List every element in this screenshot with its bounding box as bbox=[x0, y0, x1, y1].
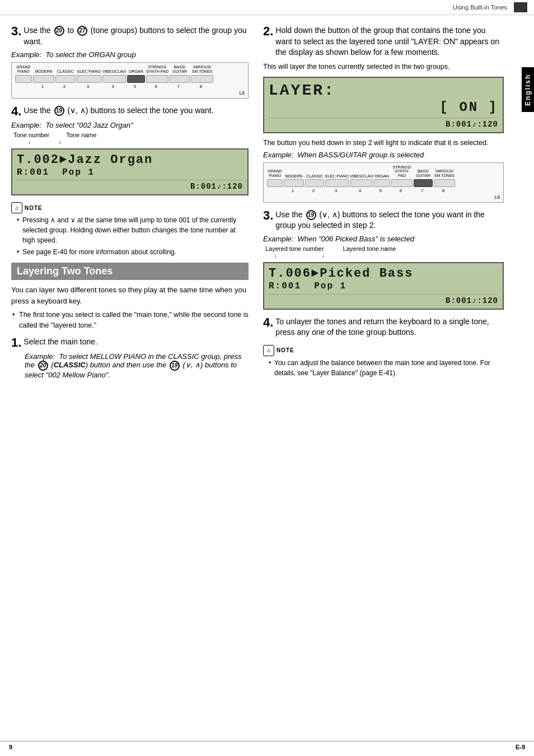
kb2-label-strings: STRINGS/SYNTH-PAD bbox=[391, 165, 413, 178]
left-step4-text: Use the 19 (∨, ∧) buttons to select the … bbox=[24, 105, 249, 116]
kb2-num-4: 4 bbox=[349, 188, 371, 193]
kb2-btn-bass[interactable] bbox=[414, 179, 433, 187]
arrow-down-1: ↓ bbox=[28, 139, 31, 145]
kb-label-grand: GRANDPIANO bbox=[15, 65, 32, 73]
keyboard-diagram-2: GRANDPIANO MODERN CLASSIC ELEC PIANO VIB… bbox=[263, 162, 504, 203]
lcd1-bottom: B:001♪:120 bbox=[17, 182, 243, 191]
kb-label-organ: ORGAN bbox=[127, 69, 145, 74]
lcd2-bottom: B:001♪:120 bbox=[269, 120, 498, 129]
kb-btn-various[interactable] bbox=[191, 75, 213, 83]
lcd1-dotted bbox=[17, 180, 243, 180]
header-title: Using Built-in Tones bbox=[453, 4, 507, 11]
note-icon-2: ♫ bbox=[263, 345, 274, 356]
kb2-btn-various[interactable] bbox=[434, 179, 455, 187]
kb2-btn-strings[interactable] bbox=[391, 179, 413, 187]
right-step2-example: Example: When BASS/GUITAR group is selec… bbox=[263, 151, 504, 159]
section-heading-layering: Layering Two Tones bbox=[11, 263, 249, 280]
section-desc: You can layer two different tones so the… bbox=[11, 284, 249, 306]
left-note-header: ♫ NOTE bbox=[11, 202, 249, 213]
kb-btn-bass[interactable] bbox=[170, 75, 190, 83]
english-tab: English bbox=[522, 67, 534, 112]
kb-num-6: 6 bbox=[145, 84, 167, 89]
kb2-label-elec: ELEC PIANO bbox=[325, 174, 349, 178]
main-content: 3. Use the 20 to 27 (tone groups) button… bbox=[0, 15, 534, 396]
kb2-label-grand: GRANDPIANO bbox=[267, 169, 283, 178]
left-step1-example-block: Example: To select MELLOW PIANO in the C… bbox=[25, 352, 249, 379]
kb2-btn-elec[interactable] bbox=[325, 179, 349, 187]
lcd3-bottom: B:001♪:120 bbox=[269, 296, 498, 305]
kb-label-classic: CLASSIC bbox=[55, 69, 76, 74]
kb-num-3: 3 bbox=[76, 84, 100, 89]
kb2-num-3: 3 bbox=[324, 188, 348, 193]
kb2-num-2: 2 bbox=[304, 188, 323, 193]
circle-27-icon: 27 bbox=[77, 26, 87, 36]
kb-btn-organ[interactable] bbox=[127, 75, 145, 83]
kb-num-4: 4 bbox=[101, 84, 125, 89]
kb-label-strings: STRINGS/SYNTH-PAD bbox=[146, 65, 168, 73]
header-block-icon bbox=[514, 2, 527, 12]
note-icon-1: ♫ bbox=[11, 202, 22, 213]
arrow-down-4: ↓ bbox=[322, 253, 325, 259]
kb2-label-classic: CLASSIC bbox=[305, 174, 324, 178]
kb2-num-8: 8 bbox=[433, 188, 454, 193]
left-step3-text: Use the 20 to 27 (tone groups) buttons t… bbox=[24, 25, 249, 47]
left-step4-example-label: Example: bbox=[11, 121, 41, 129]
left-step1-number: 1. bbox=[11, 337, 21, 349]
circle-19-icon-3: 19 bbox=[306, 210, 316, 220]
kb-lit-label-1: Lit bbox=[15, 90, 245, 96]
lcd1-row1: T.002►Jazz Organ bbox=[17, 153, 243, 167]
right-column: 2. Hold down the button of the group tha… bbox=[257, 21, 521, 390]
kb-btn-grand[interactable] bbox=[15, 75, 32, 83]
tone-num-label: Tone number bbox=[13, 132, 49, 138]
kb-btn-elec[interactable] bbox=[77, 75, 101, 83]
right-note-items: You can adjust the balance between the m… bbox=[263, 358, 504, 378]
left-step1-example-label: Example: To select MELLOW PIANO in the C… bbox=[25, 352, 249, 379]
kb-btn-modern[interactable] bbox=[33, 75, 54, 83]
kb-label-bass: BASS/GUITAR bbox=[170, 65, 190, 73]
lcd1-row2: R:001 Pop 1 bbox=[17, 167, 243, 178]
kb2-btn-classic[interactable] bbox=[305, 179, 324, 187]
right-step4: 4. To unlayer the tones and return the k… bbox=[263, 316, 504, 338]
kb-btn-strings[interactable] bbox=[146, 75, 168, 83]
lcd3-dotted bbox=[269, 294, 498, 295]
left-note-item-1: Pressing ∧ and ∨ at the same time will j… bbox=[17, 215, 249, 245]
right-step4-number: 4. bbox=[263, 316, 273, 329]
kb-label-elec: ELEC PIANO bbox=[77, 69, 101, 74]
kb2-label-modern: MODERN bbox=[284, 174, 304, 178]
kb-btn-vibes[interactable] bbox=[102, 75, 126, 83]
arrow-down-3: ↓ bbox=[274, 253, 277, 259]
left-step3-example: Example: To select the ORGAN group bbox=[11, 50, 249, 59]
kb2-btn-modern[interactable] bbox=[284, 179, 304, 187]
right-step3-example: Example: When "006 Picked Bass" is selec… bbox=[263, 235, 504, 243]
kb2-label-bass: BASS/GUITAR bbox=[414, 169, 433, 178]
right-step4-text: To unlayer the tones and return the keyb… bbox=[275, 316, 504, 338]
tone-name-label: Tone name bbox=[66, 132, 96, 138]
kb2-btn-organ[interactable] bbox=[373, 179, 390, 187]
left-step4-header: 4. Use the 19 (∨, ∧) buttons to select t… bbox=[11, 105, 249, 118]
left-column: 3. Use the 20 to 27 (tone groups) button… bbox=[0, 21, 257, 390]
kb-btn-classic[interactable] bbox=[55, 75, 76, 83]
kb2-btn-vibes[interactable] bbox=[350, 179, 372, 187]
page-footer: 9 E-9 bbox=[0, 741, 534, 750]
footer-right-num: E-9 bbox=[516, 744, 525, 750]
kb2-label-vibes: VIBES/CLAVI bbox=[350, 174, 372, 178]
footer-left-num: 9 bbox=[9, 744, 12, 750]
keyboard-diagram-1: GRANDPIANO MODERN CLASSIC ELEC PIANO VIB… bbox=[11, 62, 249, 98]
circle-19-icon-1: 19 bbox=[54, 106, 64, 116]
circle-19-icon-2: 19 bbox=[170, 361, 180, 371]
layered-num-label: Layered tone number bbox=[265, 245, 324, 252]
kb2-btn-grand[interactable] bbox=[267, 179, 283, 187]
lcd2-row2: [ ON ] bbox=[269, 100, 498, 116]
kb2-num-5: 5 bbox=[372, 188, 389, 193]
right-step3-number: 3. bbox=[263, 209, 273, 222]
kb2-num-1: 1 bbox=[283, 188, 303, 193]
kb-label-various: VARIOUS/SM.TONES bbox=[191, 65, 213, 73]
left-step4-example: Example: To select "002 Jazz Organ" bbox=[11, 121, 249, 129]
right-step3-text: Use the 19 (∨, ∧) buttons to select the … bbox=[275, 209, 504, 231]
lcd3-row1: T.006►Picked Bass bbox=[269, 267, 498, 281]
lcd2-row1: LAYER: bbox=[269, 81, 498, 100]
circle-20-icon-2: 20 bbox=[38, 361, 48, 371]
right-step2-text: Hold down the button of the group that c… bbox=[275, 25, 504, 58]
lcd-display-3: T.006►Picked Bass R:001 Pop 1 B:001♪:120 bbox=[263, 262, 504, 310]
left-step3: 3. Use the 20 to 27 (tone groups) button… bbox=[11, 25, 249, 99]
